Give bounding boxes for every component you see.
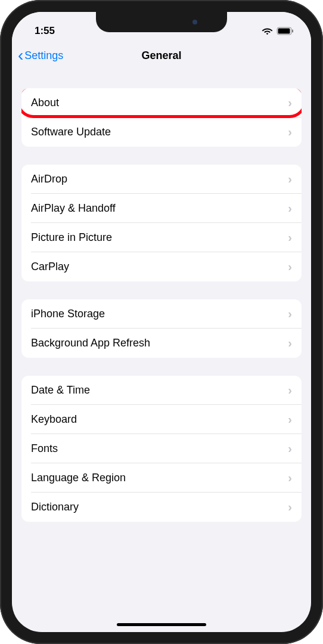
row-label: Dictionary (31, 501, 79, 513)
svg-rect-1 (278, 29, 290, 34)
row-airdrop[interactable]: AirDrop › (21, 165, 302, 194)
chevron-right-icon: › (288, 125, 292, 139)
settings-content: About › Software Update › AirDrop › AirP… (12, 88, 311, 522)
chevron-right-icon: › (288, 307, 292, 321)
row-label: About (31, 97, 59, 109)
status-time: 1:55 (35, 25, 55, 37)
chevron-right-icon: › (288, 471, 292, 485)
row-dictionary[interactable]: Dictionary › (21, 493, 302, 522)
chevron-right-icon: › (288, 336, 292, 350)
row-background-app-refresh[interactable]: Background App Refresh › (21, 329, 302, 358)
front-camera (192, 20, 197, 24)
screen: 1:55 ‹ Settings (12, 12, 311, 632)
row-airplay-handoff[interactable]: AirPlay & Handoff › (21, 194, 302, 223)
svg-rect-2 (292, 30, 293, 33)
back-label: Settings (24, 49, 63, 62)
row-fonts[interactable]: Fonts › (21, 434, 302, 463)
row-label: Keyboard (31, 413, 77, 426)
row-date-time[interactable]: Date & Time › (21, 376, 302, 405)
row-label: AirDrop (31, 173, 67, 185)
page-title: General (141, 49, 181, 62)
row-label: CarPlay (31, 261, 69, 273)
row-label: Fonts (31, 442, 58, 455)
row-keyboard[interactable]: Keyboard › (21, 405, 302, 434)
settings-section: Date & Time › Keyboard › Fonts › Languag… (21, 376, 302, 522)
row-label: iPhone Storage (31, 308, 105, 320)
chevron-right-icon: › (288, 260, 292, 274)
chevron-right-icon: › (288, 413, 292, 426)
row-about[interactable]: About › (21, 88, 302, 117)
chevron-right-icon: › (288, 96, 292, 110)
settings-section: iPhone Storage › Background App Refresh … (21, 299, 302, 358)
nav-bar: ‹ Settings General (12, 42, 311, 72)
row-software-update[interactable]: Software Update › (21, 117, 302, 147)
row-label: Software Update (31, 126, 111, 138)
row-label: Language & Region (31, 472, 126, 484)
settings-section: AirDrop › AirPlay & Handoff › Picture in… (21, 165, 302, 281)
battery-icon (277, 27, 294, 35)
chevron-right-icon: › (288, 500, 292, 514)
status-icons (262, 27, 294, 35)
notch (96, 12, 227, 32)
home-indicator[interactable] (117, 623, 206, 626)
row-iphone-storage[interactable]: iPhone Storage › (21, 299, 302, 329)
row-carplay[interactable]: CarPlay › (21, 252, 302, 281)
row-label: Date & Time (31, 384, 90, 397)
wifi-icon (262, 27, 273, 35)
back-button[interactable]: ‹ Settings (18, 47, 63, 64)
chevron-left-icon: ‹ (18, 47, 23, 64)
row-label: Background App Refresh (31, 337, 150, 349)
row-picture-in-picture[interactable]: Picture in Picture › (21, 223, 302, 252)
row-language-region[interactable]: Language & Region › (21, 463, 302, 493)
settings-section: About › Software Update › (21, 88, 302, 147)
chevron-right-icon: › (288, 172, 292, 186)
device-frame: 1:55 ‹ Settings (0, 0, 323, 644)
chevron-right-icon: › (288, 383, 292, 397)
chevron-right-icon: › (288, 231, 292, 244)
row-label: Picture in Picture (31, 231, 112, 244)
chevron-right-icon: › (288, 442, 292, 456)
chevron-right-icon: › (288, 202, 292, 215)
row-label: AirPlay & Handoff (31, 202, 116, 215)
